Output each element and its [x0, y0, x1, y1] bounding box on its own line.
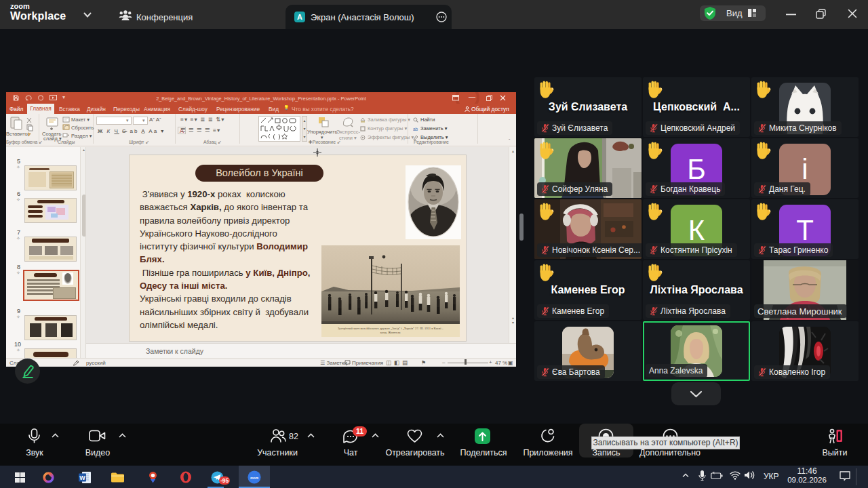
svg-text:конд. Жовтневе: конд. Жовтневе [380, 331, 401, 334]
svg-text:ab: ab [413, 127, 418, 131]
svg-text:zoom: zoom [250, 476, 258, 480]
svg-text:W: W [79, 474, 85, 481]
